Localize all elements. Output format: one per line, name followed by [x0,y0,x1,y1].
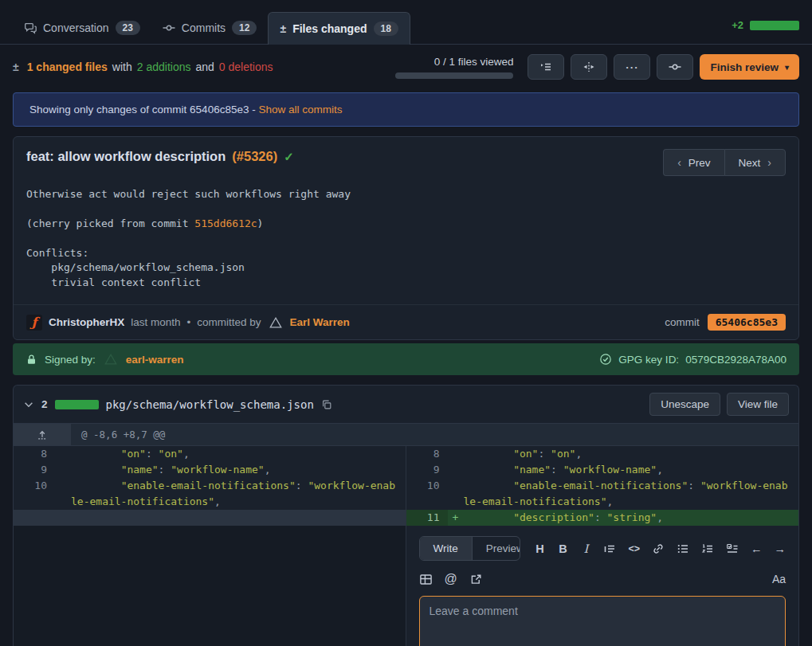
collapse-file-icon[interactable] [23,399,34,410]
changed-files-link[interactable]: 1 changed files [27,61,108,73]
heading-icon[interactable]: H [534,542,545,555]
finish-review-button[interactable]: Finish review ▾ [700,54,799,80]
with-text: with [112,61,132,73]
italic-icon[interactable]: I [580,542,591,555]
diff-line-placeholder [14,510,406,526]
cherry-pick-text: (cherry picked from commit [26,217,194,229]
editor-mode-tabs: Write Preview [419,536,521,561]
commit-title-text: feat: allow workflow description [26,149,226,164]
bold-icon[interactable]: B [557,542,568,555]
diff-toolbar: ± 1 changed files with 2 additions and 0… [0,45,812,91]
arrow-right-icon[interactable]: → [775,542,787,555]
line-number[interactable]: 10 [406,478,448,510]
hunk-header-text: @ -8,6 +8,7 @@ [71,424,165,445]
files-viewed-bar [395,72,513,79]
line-number[interactable]: 9 [406,462,448,478]
unordered-list-icon[interactable] [677,542,689,555]
commit-author-row: ƒ ChristopherHX last month • committed b… [14,304,798,339]
ordered-list-icon[interactable] [701,542,714,555]
more-options-button[interactable]: ··· [614,54,650,80]
diff-view-toggle-button[interactable] [571,54,607,80]
diffstat-bar [750,21,799,30]
mention-icon[interactable]: @ [445,572,457,586]
code-icon[interactable]: <> [628,543,640,554]
committed-by-label: committed by [197,316,261,328]
preview-tab[interactable]: Preview [472,537,521,560]
files-viewed-label: 0 / 1 files viewed [434,56,514,68]
file-tree-icon [539,61,552,73]
ci-status-check-icon[interactable]: ✓ [284,150,294,164]
comment-input[interactable] [419,596,787,646]
finish-review-label: Finish review [710,61,779,73]
diff-old-side: 8 "on": "on", 9 "name": "workflow-name",… [14,446,406,526]
gpg-key-id: 0579CB2928A78A00 [685,354,787,366]
tab-count-badge: 12 [232,21,257,35]
tab-files-changed[interactable]: ± Files changed 18 [268,12,410,45]
committer-avatar[interactable] [268,315,284,331]
write-tab[interactable]: Write [420,537,472,560]
tab-count-badge: 23 [116,21,140,35]
tab-count-badge: 18 [374,22,398,36]
author-name-link[interactable]: ChristopherHX [49,316,124,328]
commit-icon [669,61,681,73]
table-icon[interactable] [419,573,433,586]
quote-icon[interactable] [603,542,616,555]
tab-commits[interactable]: Commits 12 [151,12,269,44]
code-text: "on": "on", [71,446,406,462]
tab-conversation[interactable]: Conversation 23 [13,12,151,44]
pr-tab-bar: Conversation 23 Commits 12 ± Files chang… [0,0,812,45]
tab-label: Files changed [292,22,367,35]
file-change-count: 2 [41,398,48,410]
markdown-mode-toggle[interactable]: Aa [772,573,786,585]
ellipsis-icon: ··· [626,61,638,73]
commit-title: feat: allow workflow description (#5326)… [26,149,294,164]
cherry-pick-text-end: ) [257,217,264,229]
commit-body-line: Otherwise act would reject such workflow… [26,188,351,200]
added-sign: + [448,510,464,526]
diff-file-header: 2 pkg/schema/workflow_schema.json Unesca… [14,386,798,423]
line-number[interactable]: 9 [14,462,55,478]
copy-path-icon[interactable] [321,399,332,410]
diff-icon: ± [280,22,286,35]
additions-count: 2 additions [137,61,191,73]
diff-file-box: 2 pkg/schema/workflow_schema.json Unesca… [13,385,799,646]
signed-commit-bar: Signed by: earl-warren GPG key ID: 0579C… [13,343,799,375]
expand-hunk-button[interactable] [14,424,71,445]
reference-icon[interactable] [469,573,483,586]
line-number[interactable]: 8 [406,446,448,462]
commit-sha-badge[interactable]: 65406c85e3 [708,314,786,331]
commit-time: last month [131,316,180,328]
author-avatar[interactable]: ƒ [26,315,42,331]
next-commit-button[interactable]: Next › [724,149,786,176]
diff-line-added: 11+ "description": "string", [406,510,799,526]
show-all-commits-link[interactable]: Show all commits [258,104,342,115]
line-number[interactable]: 8 [14,446,55,462]
banner-text: Showing only changes of commit 65406c85e… [29,104,256,115]
caret-down-icon: ▾ [785,63,789,72]
file-name[interactable]: pkg/schema/workflow_schema.json [106,398,314,411]
diff-new-side: 8 "on": "on", 9 "name": "workflow-name",… [406,446,799,526]
task-list-icon[interactable] [726,542,739,555]
tab-label: Commits [182,22,226,34]
chevron-right-icon: › [767,156,771,169]
split-unified-icon [583,61,595,73]
unescape-button[interactable]: Unescape [649,393,720,416]
cherry-pick-hash-link[interactable]: 515dd6612c [194,217,257,229]
line-number[interactable]: 10 [14,478,55,510]
signer-avatar[interactable] [103,351,119,367]
code-text: "enable-email-notifications": "workflow-… [464,478,799,510]
conflicts-text: Conflicts: pkg/schema/workflow_schema.js… [26,247,245,288]
file-tree-toggle-button[interactable] [528,54,564,80]
line-number[interactable]: 11 [406,510,448,526]
link-icon[interactable] [652,542,665,555]
signer-name-link[interactable]: earl-warren [126,354,184,366]
issue-ref-link[interactable]: (#5326) [232,149,277,164]
deletions-count: 0 deletions [219,61,273,73]
comments-icon [24,22,37,34]
signed-by-label: Signed by: [45,354,96,366]
committer-name-link[interactable]: Earl Warren [290,316,350,328]
view-file-button[interactable]: View file [727,393,789,416]
prev-commit-button[interactable]: ‹ Prev [663,149,724,176]
arrow-left-icon[interactable]: ← [751,542,763,555]
commit-select-button[interactable] [657,54,693,80]
